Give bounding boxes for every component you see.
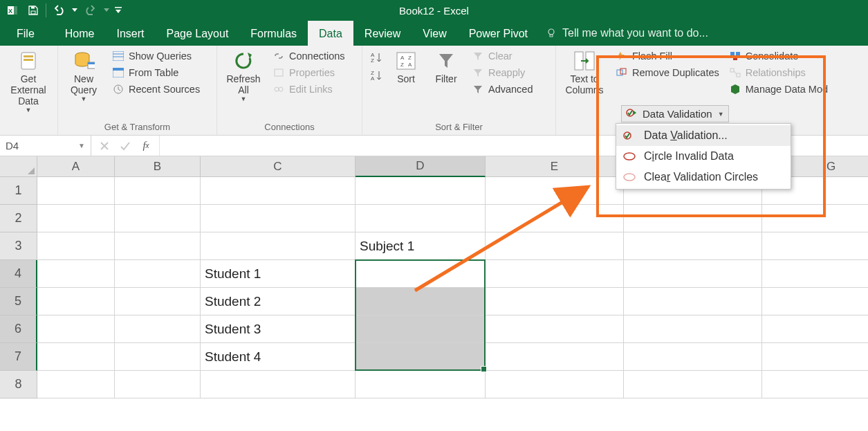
cell-D2[interactable] — [355, 205, 486, 232]
cell-C4[interactable]: Student 1 — [201, 260, 355, 288]
cell-A6[interactable] — [37, 315, 115, 343]
spreadsheet-grid[interactable]: ABCDEFG 12345678 Subject 1Student 1Stude… — [0, 156, 868, 431]
cell-F4[interactable] — [624, 260, 762, 288]
from-table-button[interactable]: From Table — [109, 65, 203, 80]
cell-A7[interactable] — [37, 343, 115, 371]
cell-B5[interactable] — [115, 288, 201, 315]
tab-review[interactable]: Review — [353, 21, 412, 46]
redo-dropdown[interactable] — [102, 1, 111, 19]
refresh-all-button[interactable]: Refresh All ▼ — [221, 48, 266, 103]
row-header-8[interactable]: 8 — [0, 371, 37, 398]
cell-E7[interactable] — [486, 343, 624, 371]
cell-B2[interactable] — [115, 205, 201, 232]
col-header-C[interactable]: C — [201, 156, 355, 177]
tab-view[interactable]: View — [412, 21, 457, 46]
cell-B8[interactable] — [115, 371, 201, 398]
remove-duplicates-button[interactable]: Remove Duplicates — [613, 65, 722, 80]
redo-button[interactable] — [81, 1, 100, 19]
col-header-E[interactable]: E — [486, 156, 624, 177]
cell-F8[interactable] — [624, 371, 762, 398]
cell-C6[interactable]: Student 3 — [201, 315, 355, 343]
cell-A3[interactable] — [37, 232, 115, 260]
cell-A2[interactable] — [37, 205, 115, 232]
menu-item-data-validation[interactable]: Data Validation... — [616, 125, 791, 146]
menu-item-circle-invalid[interactable]: Circle Invalid Data — [616, 146, 791, 167]
manage-data-model-button[interactable]: Manage Data Mod — [726, 82, 831, 97]
col-header-B[interactable]: B — [115, 156, 201, 177]
row-header-4[interactable]: 4 — [0, 260, 37, 288]
cell-A4[interactable] — [37, 260, 115, 288]
cell-B3[interactable] — [115, 232, 201, 260]
cell-F5[interactable] — [624, 288, 762, 315]
cell-G4[interactable] — [762, 260, 868, 288]
text-to-columns-button[interactable]: Text to Columns — [560, 48, 609, 95]
fx-icon[interactable]: fx — [137, 137, 155, 155]
cell-C2[interactable] — [201, 205, 355, 232]
cell-G6[interactable] — [762, 315, 868, 343]
cell-F7[interactable] — [624, 343, 762, 371]
advanced-filter-button[interactable]: Advanced — [469, 82, 536, 97]
tab-file[interactable]: File — [6, 21, 46, 46]
row-header-7[interactable]: 7 — [0, 343, 37, 371]
cell-E8[interactable] — [486, 371, 624, 398]
cell-F2[interactable] — [624, 205, 762, 232]
cell-D6[interactable] — [355, 315, 486, 343]
cell-C1[interactable] — [201, 177, 355, 205]
cell-D3[interactable]: Subject 1 — [355, 232, 486, 260]
qat-customize[interactable] — [113, 1, 124, 19]
menu-item-clear-circles[interactable]: Clear Validation Circles — [616, 167, 791, 187]
undo-dropdown[interactable] — [70, 1, 80, 19]
cell-E6[interactable] — [486, 315, 624, 343]
tab-home[interactable]: Home — [54, 21, 106, 46]
cell-B4[interactable] — [115, 260, 201, 288]
cell-G5[interactable] — [762, 288, 868, 315]
cell-B7[interactable] — [115, 343, 201, 371]
flash-fill-button[interactable]: Flash Fill — [613, 48, 722, 64]
col-header-A[interactable]: A — [37, 156, 115, 177]
row-header-2[interactable]: 2 — [0, 205, 37, 232]
cell-G7[interactable] — [762, 343, 868, 371]
filter-button[interactable]: Filter — [427, 48, 465, 84]
name-box[interactable]: D4 ▼ — [0, 136, 91, 156]
cell-B6[interactable] — [115, 315, 201, 343]
cell-E2[interactable] — [486, 205, 624, 232]
cell-C3[interactable] — [201, 232, 355, 260]
tab-formulas[interactable]: Formulas — [239, 21, 308, 46]
undo-button[interactable] — [49, 1, 68, 19]
cell-G3[interactable] — [762, 232, 868, 260]
cell-A5[interactable] — [37, 288, 115, 315]
cell-C8[interactable] — [201, 371, 355, 398]
cell-D4[interactable] — [355, 260, 486, 288]
cell-C5[interactable]: Student 2 — [201, 288, 355, 315]
connections-button[interactable]: Connections — [270, 48, 348, 64]
cell-G2[interactable] — [762, 205, 868, 232]
enter-icon[interactable] — [116, 137, 134, 155]
cell-E4[interactable] — [486, 260, 624, 288]
row-header-3[interactable]: 3 — [0, 232, 37, 260]
show-queries-button[interactable]: Show Queries — [109, 48, 203, 64]
tell-me-search[interactable]: Tell me what you want to do... — [546, 21, 708, 46]
tab-data[interactable]: Data — [308, 21, 353, 46]
tab-insert[interactable]: Insert — [105, 21, 155, 46]
new-query-button[interactable]: New Query ▼ — [62, 48, 105, 103]
recent-sources-button[interactable]: Recent Sources — [109, 82, 203, 97]
cancel-icon[interactable] — [95, 137, 113, 155]
save-button[interactable] — [24, 1, 43, 19]
cell-D7[interactable] — [355, 343, 486, 371]
cell-F3[interactable] — [624, 232, 762, 260]
cell-A1[interactable] — [37, 177, 115, 205]
sort-desc-button[interactable]: ZA — [367, 68, 385, 83]
select-all-corner[interactable] — [0, 156, 37, 177]
get-external-data-button[interactable]: Get External Data ▼ — [4, 48, 53, 114]
tab-power-pivot[interactable]: Power Pivot — [458, 21, 539, 46]
row-header-5[interactable]: 5 — [0, 288, 37, 315]
row-header-6[interactable]: 6 — [0, 315, 37, 343]
col-header-D[interactable]: D — [355, 156, 486, 177]
cell-E5[interactable] — [486, 288, 624, 315]
cell-E3[interactable] — [486, 232, 624, 260]
sort-asc-button[interactable]: AZ — [367, 50, 385, 65]
consolidate-button[interactable]: Consolidate — [726, 48, 831, 64]
sort-button[interactable]: AZZA Sort — [389, 48, 423, 84]
cell-A8[interactable] — [37, 371, 115, 398]
cell-B1[interactable] — [115, 177, 201, 205]
